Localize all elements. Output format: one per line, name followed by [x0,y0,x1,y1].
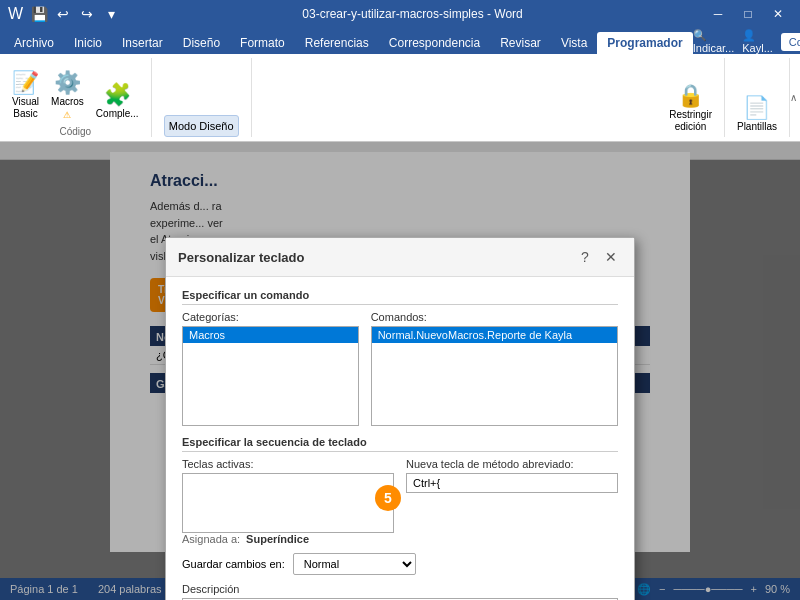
modal-help-btn[interactable]: ? [574,246,596,268]
ribbon-group-protect: 🔒 Restringiredición [657,58,725,137]
active-keys-label: Teclas activas: [182,458,394,470]
modal-body: Especificar un comando Categorías: Macro… [166,277,634,600]
modal-overlay: Personalizar teclado ? ✕ Especificar un … [0,142,800,600]
ribbon-group-templates: 📄 Plantillas [725,58,790,137]
ribbon-group-codigo: 📝 VisualBasic ⚙️ Macros ⚠ 🧩 Comple... Có… [0,58,152,137]
ribbon-spacer [252,58,658,137]
category-macros[interactable]: Macros [183,327,358,343]
tab-revisar[interactable]: Revisar [490,32,551,54]
tab-inicio[interactable]: Inicio [64,32,112,54]
save-row: Guardar cambios en: Normal Documento act… [182,553,618,575]
content-area: Atracci... Además d... raexperime... ver… [0,142,800,600]
codigo-group-label: Código [59,126,91,137]
macros-btn[interactable]: ⚙️ Macros ⚠ [47,68,88,124]
templates-btn[interactable]: 📄 Plantillas [733,93,781,137]
user-name-btn[interactable]: 👤 Kayl... [742,29,773,54]
tab-referencias[interactable]: Referencias [295,32,379,54]
new-key-label: Nueva tecla de método abreviado: [406,458,618,470]
assigned-row: Asignada a: Superíndice [182,533,618,545]
macros-icon: ⚙️ [54,72,81,94]
description-label: Descripción [182,583,618,595]
word-logo-icon: W [8,5,23,23]
design-mode-btn[interactable]: Modo Diseño [164,115,239,137]
visual-basic-btn[interactable]: 📝 VisualBasic [8,68,43,124]
complements-btn[interactable]: 🧩 Comple... [92,80,143,124]
ribbon-items-controls: Modo Diseño [164,58,239,137]
share-btn[interactable]: Compartir [781,33,800,51]
modal-controls: ? ✕ [574,246,622,268]
ribbon-group-controls: Modo Diseño [152,58,252,137]
restrict-editing-btn[interactable]: 🔒 Restringiredición [665,81,716,137]
ribbon-items-protect: 🔒 Restringiredición [665,58,716,137]
commands-label: Comandos: [371,311,618,323]
design-mode-label: Modo Diseño [169,120,234,132]
tab-formato[interactable]: Formato [230,32,295,54]
active-keys-box[interactable] [182,473,394,533]
app-window: W 💾 ↩ ↪ ▾ 03-crear-y-utilizar-macros-sim… [0,0,800,600]
warning-icon: ⚠ [63,110,71,120]
title-bar-left: W 💾 ↩ ↪ ▾ [8,4,121,24]
window-title: 03-crear-y-utilizar-macros-simples - Wor… [121,7,704,21]
assigned-to-value: Superíndice [246,533,309,545]
restrict-icon: 🔒 [677,85,704,107]
categories-list-wrap: Macros [182,326,359,426]
undo-quick-btn[interactable]: ↩ [53,4,73,24]
window-controls: ─ □ ✕ [704,4,792,24]
description-section: Descripción [182,583,618,600]
minimize-btn[interactable]: ─ [704,4,732,24]
ribbon-tab-bar: Archivo Inicio Insertar Diseño Formato R… [0,28,800,54]
categories-list[interactable]: Macros [182,326,359,426]
ribbon-collapse-btn[interactable]: ∧ [790,58,800,137]
customize-quick-btn[interactable]: ▾ [101,4,121,24]
tab-vista[interactable]: Vista [551,32,597,54]
categories-col: Categorías: Macros [182,311,359,426]
tab-diseno[interactable]: Diseño [173,32,230,54]
quick-access-toolbar: 💾 ↩ ↪ ▾ [29,4,121,24]
specify-sequence-label: Especificar la secuencia de teclado [182,436,618,452]
new-key-input[interactable] [406,473,618,493]
commands-list[interactable]: Normal.NuevoMacros.Reporte de Kayla [371,326,618,426]
tab-insertar[interactable]: Insertar [112,32,173,54]
categories-label: Categorías: [182,311,359,323]
title-bar: W 💾 ↩ ↪ ▾ 03-crear-y-utilizar-macros-sim… [0,0,800,28]
save-label: Guardar cambios en: [182,558,285,570]
save-quick-btn[interactable]: 💾 [29,4,49,24]
ribbon-items-templates: 📄 Plantillas [733,58,781,137]
modal-close-btn[interactable]: ✕ [600,246,622,268]
specify-command-label: Especificar un comando [182,289,618,305]
redo-quick-btn[interactable]: ↪ [77,4,97,24]
tab-archivo[interactable]: Archivo [4,32,64,54]
commands-col: Comandos: Normal.NuevoMacros.Reporte de … [371,311,618,426]
save-select[interactable]: Normal Documento actual Plantilla [293,553,416,575]
modal-titlebar: Personalizar teclado ? ✕ [166,238,634,277]
new-key-col: Nueva tecla de método abreviado: [406,458,618,493]
vb-icon: 📝 [12,72,39,94]
badge-5: 5 [375,485,401,511]
indicator-btn[interactable]: 🔍 Indicar... [693,29,735,54]
document-area: Atracci... Además d... raexperime... ver… [0,142,800,600]
ribbon-content: 📝 VisualBasic ⚙️ Macros ⚠ 🧩 Comple... Có… [0,54,800,142]
tab-programador[interactable]: Programador [597,32,692,54]
complements-icon: 🧩 [104,84,131,106]
assigned-to-label: Asignada a: [182,533,240,545]
commands-list-wrap: Normal.NuevoMacros.Reporte de Kayla [371,326,618,426]
templates-icon: 📄 [743,97,770,119]
command-item-macro[interactable]: Normal.NuevoMacros.Reporte de Kayla [372,327,617,343]
tab-correspondencia[interactable]: Correspondencia [379,32,490,54]
personalizar-teclado-dialog: Personalizar teclado ? ✕ Especificar un … [165,237,635,600]
maximize-btn[interactable]: □ [734,4,762,24]
modal-title: Personalizar teclado [178,250,304,265]
active-keys-col: Teclas activas: [182,458,394,533]
close-btn[interactable]: ✕ [764,4,792,24]
ribbon-group-items-codigo: 📝 VisualBasic ⚙️ Macros ⚠ 🧩 Comple... [8,58,143,124]
command-columns: Categorías: Macros Comandos: [182,311,618,426]
